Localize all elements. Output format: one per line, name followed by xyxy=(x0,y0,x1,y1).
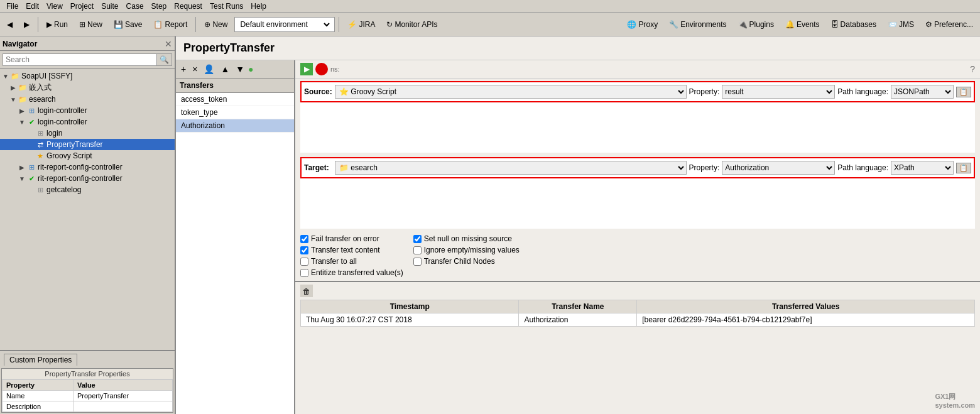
clear-log-button[interactable]: 🗑 xyxy=(300,285,313,297)
opt-ignore-empty: Ignore empty/missing values xyxy=(413,246,520,254)
env-dropdown[interactable]: Default environment xyxy=(237,19,332,30)
navigator-close-button[interactable]: ✕ xyxy=(165,39,172,49)
log-transfer-name: Authorization xyxy=(519,313,637,327)
menu-suite[interactable]: Suite xyxy=(97,1,122,12)
transfer-text-label[interactable]: Transfer text content xyxy=(311,246,380,254)
set-null-checkbox[interactable] xyxy=(413,235,422,243)
search-icon[interactable]: 🔍 xyxy=(156,54,172,65)
tree-item-rit-ctrl-2[interactable]: ▼ ✔ rit-report-config-controller xyxy=(0,173,175,184)
opt-transfer-to-all: Transfer to all xyxy=(300,257,403,266)
tree-item-property-transfer[interactable]: ⇄ PropertyTransfer xyxy=(0,139,175,150)
preferences-button[interactable]: ⚙ Preferenc... xyxy=(921,18,977,31)
opt-entitize: Entitize transferred value(s) xyxy=(300,268,403,277)
fail-transfer-checkbox[interactable] xyxy=(300,235,308,243)
proxy-button[interactable]: 🌐 Proxy xyxy=(623,18,662,31)
menu-testruns[interactable]: Test Runs xyxy=(206,1,247,12)
target-dropdown[interactable]: 📁 esearch xyxy=(335,161,687,175)
expand-icon: ▶ xyxy=(18,107,26,114)
plugins-button[interactable]: 🔌 Plugins xyxy=(734,18,778,31)
transfer-item-access-token[interactable]: access_token xyxy=(176,93,294,106)
fail-transfer-label[interactable]: Fail transfer on error xyxy=(311,234,379,243)
transfer-item-token-type[interactable]: token_type xyxy=(176,106,294,119)
custom-props-tab[interactable]: Custom Properties xyxy=(4,354,77,366)
folder-icon: 📁 xyxy=(18,94,28,104)
target-property-dropdown[interactable]: Authorization xyxy=(722,161,835,175)
new-window-icon: ⊞ xyxy=(79,20,85,29)
log-timestamp: Thu Aug 30 16:07:27 CST 2018 xyxy=(301,313,519,327)
save-button[interactable]: 💾 Save xyxy=(109,18,146,31)
env-dropdown-wrap[interactable]: Default environment xyxy=(234,17,335,32)
menu-edit[interactable]: Edit xyxy=(22,1,43,12)
col-transfer-name: Transfer Name xyxy=(519,300,637,313)
ignore-empty-checkbox[interactable] xyxy=(413,246,422,254)
menu-case[interactable]: Case xyxy=(122,1,148,12)
tree-item-esearch[interactable]: ▼ 📁 esearch xyxy=(0,94,175,105)
add-person-button[interactable]: 👤 xyxy=(201,63,217,75)
tree-label: login xyxy=(46,129,62,138)
menu-request[interactable]: Request xyxy=(170,1,206,12)
tree-item-soapui[interactable]: ▼ 📁 SoapUI [SSFY] xyxy=(0,70,175,82)
remove-transfer-button[interactable]: × xyxy=(190,63,200,75)
new-button[interactable]: ⊕ New xyxy=(200,18,232,31)
source-dropdown[interactable]: ⭐ Groovy Script xyxy=(335,85,687,99)
report-button[interactable]: 📋 Report xyxy=(149,18,192,31)
new-icon: ⊕ xyxy=(204,20,210,29)
jms-button[interactable]: 📨 JMS xyxy=(883,18,918,31)
source-copy-button[interactable]: 📋 xyxy=(956,87,971,97)
menu-project[interactable]: Project xyxy=(67,1,97,12)
target-path-dropdown[interactable]: XPath xyxy=(891,161,954,175)
target-textarea[interactable] xyxy=(300,178,975,229)
custom-props-header: Custom Properties xyxy=(0,351,175,368)
watermark: GX1网system.com xyxy=(935,392,975,409)
config-record-button[interactable] xyxy=(315,63,328,75)
transfer-child-label[interactable]: Transfer Child Nodes xyxy=(424,257,495,266)
tree-item-groovy[interactable]: ★ Groovy Script xyxy=(0,150,175,161)
search-input[interactable] xyxy=(3,54,156,65)
menubar: File Edit View Project Suite Case Step R… xyxy=(0,0,980,13)
source-textarea[interactable] xyxy=(300,102,975,153)
run-button[interactable]: ▶ Run xyxy=(42,18,72,31)
entitize-checkbox[interactable] xyxy=(300,269,308,277)
events-button[interactable]: 🔔 Events xyxy=(781,18,824,31)
menu-help[interactable]: Help xyxy=(247,1,270,12)
add-transfer-button[interactable]: + xyxy=(178,63,188,75)
tree-item-getcatelog[interactable]: ⊞ getcatelog xyxy=(0,184,175,195)
ignore-empty-label[interactable]: Ignore empty/missing values xyxy=(424,246,520,254)
help-button[interactable]: ? xyxy=(970,64,975,74)
jira-button[interactable]: ⚡ JIRA xyxy=(343,18,379,31)
set-null-label[interactable]: Set null on missing source xyxy=(424,234,512,243)
source-path-dropdown[interactable]: JSONPath xyxy=(891,85,954,99)
menu-step[interactable]: Step xyxy=(148,1,171,12)
table-row: Description xyxy=(3,401,173,412)
new-window-button[interactable]: ⊞ New xyxy=(75,18,107,31)
transfer-to-all-checkbox[interactable] xyxy=(300,258,308,266)
forward-button[interactable]: ▶ xyxy=(19,18,34,31)
transfer-item-authorization[interactable]: Authorization xyxy=(176,119,294,133)
menu-file[interactable]: File xyxy=(3,1,22,12)
back-button[interactable]: ◀ xyxy=(3,18,17,31)
tree-item-login-ctrl-2[interactable]: ▼ ✔ login-controller xyxy=(0,116,175,128)
tree-item-login-ctrl-1[interactable]: ▶ ⊞ login-controller xyxy=(0,105,175,116)
tree-item-rit-ctrl-1[interactable]: ▶ ⊞ rit-report-config-controller xyxy=(0,161,175,173)
target-copy-button[interactable]: 📋 xyxy=(956,163,971,173)
monitor-button[interactable]: ↻ Monitor APIs xyxy=(382,18,442,31)
separator3 xyxy=(339,17,339,32)
search-wrap: 🔍 xyxy=(3,53,172,66)
menu-view[interactable]: View xyxy=(43,1,67,12)
tree-item-embedded[interactable]: ▶ 📁 嵌入式 xyxy=(0,82,175,94)
sort-desc-button[interactable]: ▼ xyxy=(233,63,247,75)
entitize-label[interactable]: Entitize transferred value(s) xyxy=(311,268,403,277)
transfer-child-checkbox[interactable] xyxy=(413,258,422,266)
log-toolbar: 🗑 xyxy=(300,285,975,297)
sort-asc-button[interactable]: ▲ xyxy=(218,63,232,75)
opt-transfer-text: Transfer text content xyxy=(300,246,403,254)
transfer-to-all-label[interactable]: Transfer to all xyxy=(311,257,357,266)
config-run-button[interactable]: ▶ xyxy=(300,63,313,75)
environments-button[interactable]: 🔧 Environments xyxy=(665,18,731,31)
transfer-text-checkbox[interactable] xyxy=(300,246,308,254)
preferences-icon: ⚙ xyxy=(925,20,932,29)
navigator-header: Navigator ✕ xyxy=(0,36,175,51)
source-property-dropdown[interactable]: result xyxy=(722,85,835,99)
databases-button[interactable]: 🗄 Databases xyxy=(827,18,881,31)
tree-item-login[interactable]: ⊞ login xyxy=(0,128,175,139)
